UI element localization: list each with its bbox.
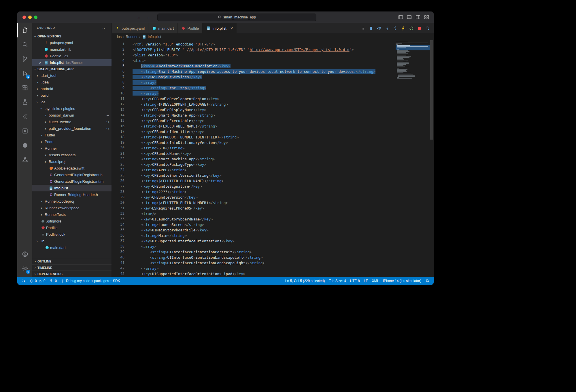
- close-window-button[interactable]: [22, 16, 26, 19]
- tree-item[interactable]: ›ios: [32, 99, 112, 105]
- code-line[interactable]: 31 <key>LSRequiresIPhoneOS</key>: [112, 205, 395, 211]
- step-out-button[interactable]: [392, 25, 399, 32]
- open-devtools-button[interactable]: [424, 25, 431, 32]
- tree-item[interactable]: CGeneratedPluginRegistrant.m: [32, 178, 112, 185]
- tree-item[interactable]: ›android: [32, 85, 112, 92]
- line-number[interactable]: 14: [112, 113, 124, 118]
- line-number[interactable]: 40: [112, 255, 124, 260]
- notifications-bell[interactable]: [423, 279, 431, 283]
- line-number[interactable]: 26: [112, 178, 124, 184]
- tree-item[interactable]: CRunner-Bridging-Header.h: [32, 191, 112, 198]
- section-dependencies[interactable]: ›DEPENDENCIES: [32, 271, 112, 277]
- customize-layout-icon[interactable]: [424, 15, 429, 20]
- line-number[interactable]: 18: [112, 134, 124, 140]
- line-number[interactable]: 43: [112, 271, 124, 277]
- code-line[interactable]: 4<dict>: [112, 58, 395, 63]
- line-number[interactable]: 29: [112, 195, 124, 200]
- code-line[interactable]: 32 <true/>: [112, 211, 395, 216]
- line-number[interactable]: 20: [112, 145, 124, 151]
- cursor-position[interactable]: Ln 5, Col 5 (229 selected): [283, 279, 327, 283]
- line-number[interactable]: 37: [112, 238, 124, 244]
- code-line[interactable]: 11 <key>CFBundleDevelopmentRegion</key>: [112, 96, 395, 102]
- ports-indicator[interactable]: 0: [47, 277, 59, 285]
- open-editors-header[interactable]: › OPEN EDITORS: [32, 33, 112, 39]
- code-line[interactable]: 26 <string>$(FLUTTER_BUILD_NAME)</string…: [112, 178, 395, 184]
- code-line[interactable]: 19 <key>CFBundleInfoDictionaryVersion</k…: [112, 140, 395, 145]
- code-line[interactable]: 37 <key>UISupportedInterfaceOrientations…: [112, 238, 395, 244]
- code-line[interactable]: 8 <array>: [112, 80, 395, 85]
- line-number[interactable]: 1: [112, 41, 124, 47]
- code-line[interactable]: 29 <key>CFBundleVersion</key>: [112, 195, 395, 200]
- tree-item[interactable]: ›Runner.xcworkspace: [32, 205, 112, 211]
- code-line[interactable]: 14 <string>Smart Machine App</string>: [112, 113, 395, 118]
- tree-item[interactable]: Info.plist: [32, 185, 112, 191]
- line-number[interactable]: 36: [112, 233, 124, 238]
- line-number[interactable]: 42: [112, 266, 124, 271]
- code-line[interactable]: 15 <key>CFBundleExecutable</key>: [112, 118, 395, 123]
- accounts-button[interactable]: [17, 247, 32, 261]
- line-number[interactable]: 15: [112, 118, 124, 123]
- zoom-window-button[interactable]: [34, 16, 37, 19]
- code-line[interactable]: 25 <key>CFBundleShortVersionString</key>: [112, 173, 395, 178]
- line-number[interactable]: 32: [112, 211, 124, 216]
- code-line[interactable]: 38 <array>: [112, 244, 395, 249]
- code-line[interactable]: 17 <key>CFBundleIdentifier</key>: [112, 129, 395, 134]
- tree-item[interactable]: ›.idea: [32, 79, 112, 85]
- code-line[interactable]: 18 <string>$(PRODUCT_BUNDLE_IDENTIFIER)<…: [112, 134, 395, 140]
- source-control-button[interactable]: [17, 52, 32, 66]
- code-line[interactable]: 28 <string>????</string>: [112, 189, 395, 195]
- tab-main-dart[interactable]: main.dart: [148, 23, 177, 33]
- line-number[interactable]: 34: [112, 222, 124, 227]
- line-number[interactable]: 16: [112, 123, 124, 129]
- step-over-button[interactable]: [375, 25, 382, 32]
- line-number[interactable]: 39: [112, 249, 124, 255]
- problems-indicator[interactable]: 0 0: [28, 277, 47, 285]
- code-line[interactable]: 40 <string>UIInterfaceOrientationLandsca…: [112, 255, 395, 260]
- pause-button[interactable]: [367, 25, 374, 32]
- tree-item[interactable]: ›Runner.xcodeproj: [32, 198, 112, 205]
- tree-item[interactable]: ›flutter_webrtc↪: [32, 119, 112, 125]
- code-line[interactable]: 27 <key>CFBundleSignature</key>: [112, 184, 395, 189]
- flutter-button[interactable]: [17, 109, 32, 124]
- code-line[interactable]: 12 <string>$(DEVELOPMENT_LANGUAGE)</stri…: [112, 102, 395, 107]
- code-line[interactable]: 16 <string>$(EXECUTABLE_NAME)</string>: [112, 123, 395, 129]
- explorer-button[interactable]: [17, 23, 32, 37]
- toggle-panel-icon[interactable]: [407, 15, 412, 20]
- code-line[interactable]: 35 <key>UIMainStoryboardFile</key>: [112, 227, 395, 233]
- line-number[interactable]: 23: [112, 162, 124, 167]
- tree-item[interactable]: .gitignore: [32, 218, 112, 224]
- code-line[interactable]: 1<?xml version="1.0" encoding="UTF-8"?>: [112, 41, 395, 47]
- tree-item[interactable]: ≡Podfile.lock: [32, 231, 112, 238]
- line-number[interactable]: 28: [112, 189, 124, 195]
- tree-item[interactable]: ›.symlinks / plugins: [32, 105, 112, 112]
- extensions-button[interactable]: [17, 81, 32, 95]
- encoding-indicator[interactable]: UTF-8: [348, 279, 362, 283]
- code-line[interactable]: 43 <key>UISupportedInterfaceOrientations…: [112, 271, 395, 277]
- line-number[interactable]: 3: [112, 52, 124, 58]
- tree-item[interactable]: main.dart: [32, 244, 112, 251]
- line-number[interactable]: 13: [112, 107, 124, 113]
- devtools-button[interactable]: [17, 124, 32, 138]
- toggle-sidebar-icon[interactable]: [398, 15, 403, 20]
- minimize-window-button[interactable]: [28, 16, 32, 19]
- scrollbar-thumb[interactable]: [430, 40, 433, 140]
- code-line[interactable]: 36 <string>Main</string>: [112, 233, 395, 238]
- open-editor-item[interactable]: !pubspec.yaml: [32, 39, 112, 46]
- line-number[interactable]: 27: [112, 184, 124, 189]
- line-number[interactable]: 31: [112, 205, 124, 211]
- line-number[interactable]: 21: [112, 151, 124, 156]
- code-line[interactable]: 21 <key>CFBundleName</key>: [112, 151, 395, 156]
- code-line[interactable]: 33 <key>UILaunchStoryboardName</key>: [112, 216, 395, 222]
- run-debug-button[interactable]: 1: [17, 66, 32, 81]
- line-number[interactable]: 35: [112, 227, 124, 233]
- code-line[interactable]: 10 </array>: [112, 91, 395, 96]
- line-number[interactable]: 11: [112, 96, 124, 102]
- eol-indicator[interactable]: LF: [362, 279, 370, 283]
- forward-button[interactable]: →: [146, 15, 150, 20]
- tree-item[interactable]: ›RunnerTests: [32, 211, 112, 218]
- code-line[interactable]: 20 <string>6.0</string>: [112, 145, 395, 151]
- section-timeline[interactable]: ›TIMELINE: [32, 264, 112, 271]
- open-editor-item[interactable]: main.dartlib: [32, 46, 112, 53]
- line-number[interactable]: 7: [112, 74, 124, 80]
- debug-config-selector[interactable]: Debug my code + packages + SDK: [59, 277, 122, 285]
